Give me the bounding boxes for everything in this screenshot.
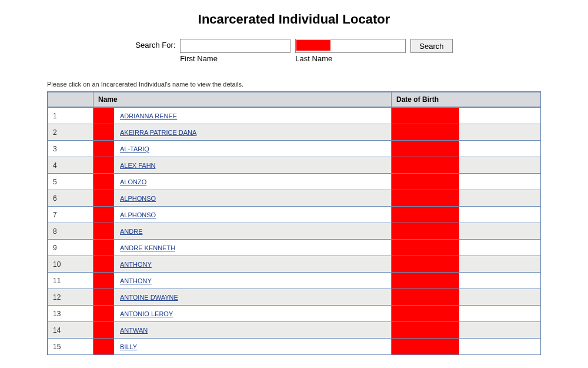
redaction-block <box>296 40 330 51</box>
table-row: 11ANTHONY <box>48 272 540 289</box>
row-number: 5 <box>48 173 93 190</box>
dob-cell <box>391 190 540 206</box>
row-number: 7 <box>48 206 93 223</box>
redaction-block <box>392 141 459 157</box>
redaction-block <box>392 240 459 256</box>
name-cell: ALPHONSO <box>93 206 391 223</box>
individual-name-link[interactable]: ANDRE <box>120 228 143 235</box>
individual-name-link[interactable]: ALONZO <box>120 178 146 185</box>
first-name-input[interactable] <box>180 39 290 53</box>
redaction-block <box>392 108 459 124</box>
first-name-label: First Name <box>180 54 290 63</box>
redaction-block <box>93 141 114 157</box>
name-cell: ANTONIO LEROY <box>93 305 391 321</box>
table-row: 12ANTOINE DWAYNE <box>48 289 540 305</box>
name-cell: ANTOINE DWAYNE <box>93 289 391 305</box>
last-name-label: Last Name <box>295 54 406 63</box>
row-number: 3 <box>48 140 93 157</box>
individual-name-link[interactable]: ALPHONSO <box>120 211 156 218</box>
redaction-block <box>93 108 114 124</box>
redaction-block <box>392 223 459 239</box>
individual-name-link[interactable]: AKEIRRA PATRICE DANA <box>120 129 196 136</box>
individual-name-link[interactable]: ANDRE KENNETH <box>120 244 175 251</box>
instructions-text: Please click on an Incarcerated Individu… <box>47 81 553 88</box>
dob-cell <box>391 124 540 140</box>
individual-name-link[interactable]: BILLY <box>120 343 137 350</box>
table-row: 8ANDRE <box>48 223 540 239</box>
redaction-block <box>93 322 114 338</box>
row-number: 13 <box>48 305 93 321</box>
individual-name-link[interactable]: ALEX FAHN <box>120 162 156 169</box>
redaction-block <box>392 339 459 354</box>
table-row: 1ADRIANNA RENEE <box>48 107 540 124</box>
name-cell: ALEX FAHN <box>93 157 391 173</box>
individual-name-link[interactable]: ANTHONY <box>120 277 152 284</box>
redaction-block <box>93 273 114 289</box>
name-cell: ALONZO <box>93 173 391 190</box>
row-number: 8 <box>48 223 93 239</box>
individual-name-link[interactable]: ALPHONSO <box>120 195 156 202</box>
table-row: 6ALPHONSO <box>48 190 540 206</box>
dob-cell <box>391 173 540 190</box>
table-row: 3AL-TARIQ <box>48 140 540 157</box>
col-header-number <box>48 92 93 107</box>
redaction-block <box>392 190 459 206</box>
redaction-block <box>93 157 114 173</box>
individual-name-link[interactable]: ADRIANNA RENEE <box>120 112 177 120</box>
search-for-label: Search For: <box>135 39 175 49</box>
dob-cell <box>391 239 540 256</box>
redaction-block <box>392 289 459 305</box>
table-row: 9ANDRE KENNETH <box>48 239 540 256</box>
redaction-block <box>93 223 114 239</box>
redaction-block <box>392 256 459 272</box>
individual-name-link[interactable]: ANTOINE DWAYNE <box>120 294 178 301</box>
dob-cell <box>391 305 540 321</box>
dob-cell <box>391 140 540 157</box>
dob-cell <box>391 206 540 223</box>
row-number: 10 <box>48 256 93 272</box>
name-cell: AKEIRRA PATRICE DANA <box>93 124 391 140</box>
individual-name-link[interactable]: AL-TARIQ <box>120 145 149 152</box>
name-cell: ADRIANNA RENEE <box>93 107 391 124</box>
name-cell: ANTWAN <box>93 321 391 338</box>
table-row: 2AKEIRRA PATRICE DANA <box>48 124 540 140</box>
redaction-block <box>392 174 459 190</box>
redaction-block <box>93 190 114 206</box>
name-cell: ANTHONY <box>93 272 391 289</box>
row-number: 9 <box>48 239 93 256</box>
row-number: 4 <box>48 157 93 173</box>
page-title: Incarcerated Individual Locator <box>35 12 553 27</box>
row-number: 11 <box>48 272 93 289</box>
search-button[interactable]: Search <box>410 39 452 53</box>
dob-cell <box>391 321 540 338</box>
redaction-block <box>392 124 459 140</box>
dob-cell <box>391 338 540 354</box>
redaction-block <box>93 124 114 140</box>
redaction-block <box>93 240 114 256</box>
individual-name-link[interactable]: ANTWAN <box>120 327 148 334</box>
redaction-block <box>392 207 459 223</box>
individual-name-link[interactable]: ANTONIO LEROY <box>120 310 173 317</box>
table-row: 5ALONZO <box>48 173 540 190</box>
col-header-name: Name <box>93 92 391 107</box>
redaction-block <box>392 306 459 321</box>
redaction-block <box>93 256 114 272</box>
redaction-block <box>93 174 114 190</box>
dob-cell <box>391 223 540 239</box>
table-row: 13ANTONIO LEROY <box>48 305 540 321</box>
redaction-block <box>392 273 459 289</box>
dob-cell <box>391 289 540 305</box>
row-number: 14 <box>48 321 93 338</box>
row-number: 12 <box>48 289 93 305</box>
individual-name-link[interactable]: ANTHONY <box>120 261 152 268</box>
table-row: 10ANTHONY <box>48 256 540 272</box>
row-number: 2 <box>48 124 93 140</box>
results-table: Name Date of Birth 1ADRIANNA RENEE2AKEIR… <box>47 91 541 355</box>
name-cell: ALPHONSO <box>93 190 391 206</box>
name-cell: ANTHONY <box>93 256 391 272</box>
dob-cell <box>391 157 540 173</box>
name-cell: ANDRE KENNETH <box>93 239 391 256</box>
table-row: 7ALPHONSO <box>48 206 540 223</box>
col-header-dob: Date of Birth <box>391 92 540 107</box>
table-row: 4ALEX FAHN <box>48 157 540 173</box>
